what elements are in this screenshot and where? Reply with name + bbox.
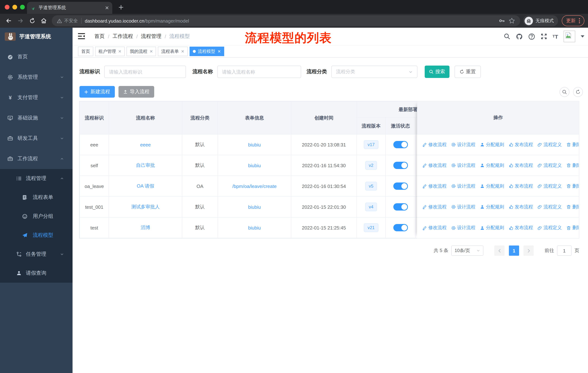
form-info-link[interactable]: biubiu <box>218 217 291 238</box>
active-toggle[interactable] <box>393 203 408 211</box>
search-icon[interactable] <box>504 33 510 40</box>
assign-rule-link[interactable]: 分配规则 <box>480 162 504 169</box>
edit-process-link[interactable]: 修改流程 <box>422 183 447 189</box>
version-badge[interactable]: v17 <box>364 140 378 149</box>
tab-close-icon[interactable] <box>105 6 109 10</box>
close-window-button[interactable] <box>5 5 10 10</box>
avatar-caret-icon[interactable] <box>581 35 584 38</box>
design-process-link[interactable]: 设计流程 <box>451 204 475 210</box>
forward-icon[interactable] <box>15 16 26 26</box>
key-icon[interactable] <box>499 18 505 24</box>
delete-link[interactable]: 删除 <box>567 225 579 231</box>
browser-update-button[interactable]: 更新 <box>562 15 584 26</box>
current-page-button[interactable]: 1 <box>509 245 519 256</box>
publish-process-link[interactable]: 发布流程 <box>509 204 533 210</box>
process-definition-link[interactable]: 流程定义 <box>538 141 562 148</box>
reset-button[interactable]: 重置 <box>455 66 481 78</box>
process-definition-link[interactable]: 流程定义 <box>538 162 562 169</box>
publish-process-link[interactable]: 发布流程 <box>509 183 533 189</box>
version-badge[interactable]: v21 <box>364 223 378 232</box>
sidebar-item-devtools[interactable]: 研发工具 <box>0 128 73 149</box>
edit-process-link[interactable]: 修改流程 <box>422 225 447 231</box>
sidebar-item-system[interactable]: 系统管理 <box>0 67 73 87</box>
help-icon[interactable] <box>528 33 535 40</box>
avatar[interactable] <box>564 30 575 42</box>
form-info-link[interactable]: /bpm/oa/leave/create <box>218 176 291 197</box>
reload-icon[interactable] <box>27 16 37 26</box>
active-toggle[interactable] <box>393 141 408 148</box>
delete-link[interactable]: 删除 <box>567 204 579 210</box>
sidebar-item-payment[interactable]: ¥ 支付管理 <box>0 87 73 108</box>
process-definition-link[interactable]: 流程定义 <box>538 204 562 210</box>
close-icon[interactable]: ✕ <box>181 49 184 53</box>
delete-link[interactable]: 删除 <box>567 141 579 148</box>
form-info-link[interactable]: biubiu <box>218 134 291 155</box>
process-name-input[interactable] <box>222 69 296 74</box>
process-name-link[interactable]: eeee <box>109 134 182 155</box>
process-definition-link[interactable]: 流程定义 <box>538 225 562 231</box>
sidebar-toggle-icon[interactable] <box>78 33 85 39</box>
search-button[interactable]: 搜索 <box>425 66 450 78</box>
edit-process-link[interactable]: 修改流程 <box>422 162 447 169</box>
active-toggle[interactable] <box>393 162 408 169</box>
address-bar[interactable]: 不安全 dashboard.yudao.iocoder.cn/bpm/manag… <box>52 15 520 26</box>
tag-home[interactable]: 首页 <box>78 47 93 56</box>
sidebar-item-workflow[interactable]: 工作流程 <box>0 149 73 169</box>
version-badge[interactable]: v5 <box>365 182 377 191</box>
delete-link[interactable]: 删除 <box>567 183 579 189</box>
tag-process-form[interactable]: 流程表单✕ <box>158 47 188 56</box>
create-process-button[interactable]: 新建流程 <box>79 86 115 98</box>
assign-rule-link[interactable]: 分配规则 <box>480 141 504 148</box>
browser-tab[interactable]: 芋道管理系统 <box>27 2 112 14</box>
bookmark-star-icon[interactable] <box>509 18 515 24</box>
import-process-button[interactable]: 导入流程 <box>118 86 154 98</box>
github-icon[interactable] <box>516 33 523 40</box>
active-toggle[interactable] <box>393 182 408 190</box>
browser-menu-icon[interactable] <box>579 18 580 23</box>
form-info-link[interactable]: biubiu <box>218 155 291 176</box>
publish-process-link[interactable]: 发布流程 <box>509 162 533 169</box>
publish-process-link[interactable]: 发布流程 <box>509 141 533 148</box>
publish-process-link[interactable]: 发布流程 <box>509 225 533 231</box>
table-search-toggle-button[interactable] <box>560 87 569 97</box>
process-category-select[interactable]: 流程分类 <box>331 66 417 78</box>
page-size-select[interactable]: 10条/页 <box>451 245 483 256</box>
active-toggle[interactable] <box>393 224 408 231</box>
back-icon[interactable] <box>4 16 14 26</box>
version-badge[interactable]: v4 <box>365 202 377 212</box>
breadcrumb-home[interactable]: 首页 <box>94 33 105 40</box>
sidebar-item-process-form[interactable]: 流程表单 <box>0 188 73 207</box>
security-status[interactable]: 不安全 <box>57 18 78 24</box>
table-refresh-button[interactable] <box>573 87 583 97</box>
new-tab-button[interactable] <box>117 3 126 12</box>
close-icon[interactable]: ✕ <box>118 49 121 53</box>
process-definition-link[interactable]: 流程定义 <box>538 183 562 189</box>
breadcrumb-process-management[interactable]: 流程管理 <box>141 33 161 40</box>
delete-link[interactable]: 删除 <box>567 162 579 169</box>
version-badge[interactable]: v2 <box>365 161 377 170</box>
process-name-link[interactable]: 自己审批 <box>109 155 182 176</box>
next-page-button[interactable] <box>524 245 534 256</box>
goto-page-input[interactable]: 1 <box>557 245 572 256</box>
tag-tenant[interactable]: 租户管理✕ <box>95 47 125 56</box>
tag-process-model[interactable]: 流程模型✕ <box>189 47 224 56</box>
sidebar-item-home[interactable]: 首页 <box>0 47 73 67</box>
fullscreen-icon[interactable] <box>540 33 547 40</box>
process-id-input[interactable] <box>109 69 181 74</box>
design-process-link[interactable]: 设计流程 <box>451 225 475 231</box>
process-name-link[interactable]: 测试多审批人 <box>109 197 182 217</box>
prev-page-button[interactable] <box>494 245 504 256</box>
sidebar-item-process-management[interactable]: 流程管理 <box>0 169 73 188</box>
assign-rule-link[interactable]: 分配规则 <box>480 204 504 210</box>
close-icon[interactable]: ✕ <box>217 49 221 53</box>
url-text[interactable]: dashboard.yudao.iocoder.cn/bpm/manager/m… <box>85 18 495 23</box>
sidebar-item-leave-query[interactable]: 请假查询 <box>0 264 73 283</box>
edit-process-link[interactable]: 修改流程 <box>422 141 447 148</box>
tag-my-process[interactable]: 我的流程✕ <box>126 47 156 56</box>
assign-rule-link[interactable]: 分配规则 <box>480 183 504 189</box>
sidebar-item-user-group[interactable]: 用户分组 <box>0 207 73 226</box>
design-process-link[interactable]: 设计流程 <box>451 162 475 169</box>
breadcrumb-workflow[interactable]: 工作流程 <box>113 33 133 40</box>
process-name-link[interactable]: 滔博 <box>109 217 182 238</box>
font-size-icon[interactable]: TT <box>552 34 558 39</box>
